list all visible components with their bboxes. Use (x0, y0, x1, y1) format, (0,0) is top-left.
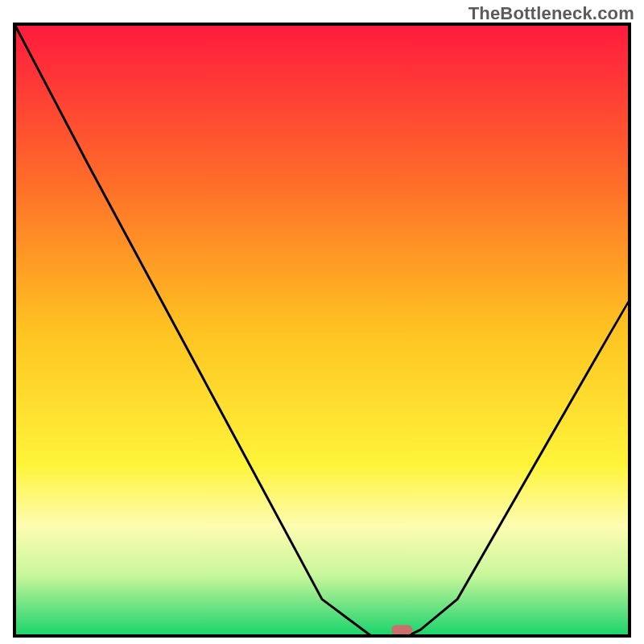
chart-container: TheBottleneck.com (0, 0, 644, 644)
watermark-text: TheBottleneck.com (469, 3, 634, 24)
chart-background (14, 24, 630, 636)
bottleneck-chart (0, 0, 644, 644)
optimal-point-marker (391, 625, 412, 634)
